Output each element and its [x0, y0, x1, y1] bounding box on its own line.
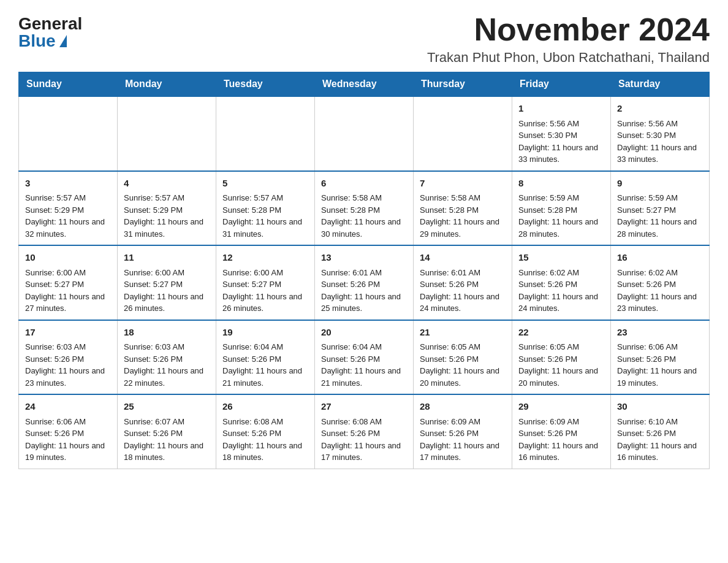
day-number: 28: [420, 400, 506, 414]
calendar-cell: 30Sunrise: 6:10 AMSunset: 5:26 PMDayligh…: [611, 394, 710, 469]
cell-content: 2Sunrise: 5:56 AMSunset: 5:30 PMDaylight…: [617, 102, 703, 166]
calendar-cell: 28Sunrise: 6:09 AMSunset: 5:26 PMDayligh…: [414, 394, 512, 469]
cell-content: 30Sunrise: 6:10 AMSunset: 5:26 PMDayligh…: [617, 400, 703, 464]
sunrise-text: Sunrise: 5:57 AM: [222, 192, 308, 204]
day-number: 15: [518, 251, 604, 265]
cell-content: 5Sunrise: 5:57 AMSunset: 5:28 PMDaylight…: [222, 177, 308, 240]
day-number: 3: [25, 177, 111, 191]
cell-content: 14Sunrise: 6:01 AMSunset: 5:26 PMDayligh…: [420, 251, 506, 315]
day-number: 20: [321, 326, 407, 340]
daylight-text: Daylight: 11 hours and 23 minutes.: [617, 291, 703, 315]
sunrise-text: Sunrise: 6:04 AM: [222, 341, 308, 353]
calendar-cell: 18Sunrise: 6:03 AMSunset: 5:26 PMDayligh…: [118, 320, 216, 395]
sunrise-text: Sunrise: 6:08 AM: [321, 416, 407, 428]
sunrise-text: Sunrise: 6:01 AM: [420, 267, 506, 279]
daylight-text: Daylight: 11 hours and 21 minutes.: [222, 365, 308, 389]
cell-content: 17Sunrise: 6:03 AMSunset: 5:26 PMDayligh…: [25, 326, 111, 389]
calendar-cell: 27Sunrise: 6:08 AMSunset: 5:26 PMDayligh…: [315, 394, 414, 469]
calendar-cell: 6Sunrise: 5:58 AMSunset: 5:28 PMDaylight…: [315, 171, 414, 246]
day-number: 26: [222, 400, 308, 414]
logo-triangle-icon: [59, 35, 67, 47]
sunset-text: Sunset: 5:26 PM: [124, 427, 210, 440]
daylight-text: Daylight: 11 hours and 30 minutes.: [321, 216, 407, 240]
calendar-cell: 12Sunrise: 6:00 AMSunset: 5:27 PMDayligh…: [216, 245, 315, 320]
calendar-cell: 13Sunrise: 6:01 AMSunset: 5:26 PMDayligh…: [315, 245, 414, 320]
sunrise-text: Sunrise: 5:57 AM: [25, 192, 111, 204]
calendar-table: SundayMondayTuesdayWednesdayThursdayFrid…: [18, 72, 710, 469]
sunrise-text: Sunrise: 6:05 AM: [518, 341, 604, 353]
sunset-text: Sunset: 5:26 PM: [25, 427, 111, 440]
calendar-header-row: SundayMondayTuesdayWednesdayThursdayFrid…: [19, 72, 710, 97]
sunrise-text: Sunrise: 6:03 AM: [25, 341, 111, 353]
day-number: 12: [222, 251, 308, 265]
daylight-text: Daylight: 11 hours and 33 minutes.: [617, 142, 703, 166]
sunset-text: Sunset: 5:26 PM: [321, 427, 407, 440]
daylight-text: Daylight: 11 hours and 28 minutes.: [518, 216, 604, 240]
sunset-text: Sunset: 5:28 PM: [518, 204, 604, 216]
daylight-text: Daylight: 11 hours and 16 minutes.: [617, 440, 703, 464]
cell-content: 22Sunrise: 6:05 AMSunset: 5:26 PMDayligh…: [518, 326, 604, 389]
daylight-text: Daylight: 11 hours and 17 minutes.: [420, 440, 506, 464]
cell-content: 19Sunrise: 6:04 AMSunset: 5:26 PMDayligh…: [222, 326, 308, 389]
calendar-cell: 4Sunrise: 5:57 AMSunset: 5:29 PMDaylight…: [118, 171, 216, 246]
sunrise-text: Sunrise: 6:02 AM: [617, 267, 703, 279]
sunset-text: Sunset: 5:26 PM: [25, 353, 111, 366]
sunset-text: Sunset: 5:26 PM: [222, 427, 308, 440]
sunrise-text: Sunrise: 5:58 AM: [420, 192, 506, 204]
calendar-cell: [19, 96, 118, 171]
day-number: 9: [617, 177, 703, 191]
daylight-text: Daylight: 11 hours and 28 minutes.: [617, 216, 703, 240]
sunset-text: Sunset: 5:26 PM: [617, 353, 703, 366]
daylight-text: Daylight: 11 hours and 29 minutes.: [420, 216, 506, 240]
daylight-text: Daylight: 11 hours and 24 minutes.: [518, 291, 604, 315]
sunset-text: Sunset: 5:28 PM: [222, 204, 308, 216]
daylight-text: Daylight: 11 hours and 31 minutes.: [222, 216, 308, 240]
sunset-text: Sunset: 5:26 PM: [321, 278, 407, 291]
daylight-text: Daylight: 11 hours and 16 minutes.: [518, 440, 604, 464]
daylight-text: Daylight: 11 hours and 31 minutes.: [124, 216, 210, 240]
week-row-5: 24Sunrise: 6:06 AMSunset: 5:26 PMDayligh…: [19, 394, 710, 469]
cell-content: 9Sunrise: 5:59 AMSunset: 5:27 PMDaylight…: [617, 177, 703, 240]
day-number: 25: [124, 400, 210, 414]
sunset-text: Sunset: 5:26 PM: [420, 353, 506, 366]
sunrise-text: Sunrise: 6:10 AM: [617, 416, 703, 428]
sunset-text: Sunset: 5:27 PM: [222, 278, 308, 291]
calendar-header-wednesday: Wednesday: [315, 72, 414, 97]
logo-blue-text: Blue: [18, 33, 67, 50]
daylight-text: Daylight: 11 hours and 27 minutes.: [25, 291, 111, 315]
cell-content: 13Sunrise: 6:01 AMSunset: 5:26 PMDayligh…: [321, 251, 407, 315]
calendar-cell: 11Sunrise: 6:00 AMSunset: 5:27 PMDayligh…: [118, 245, 216, 320]
day-number: 23: [617, 326, 703, 340]
cell-content: 15Sunrise: 6:02 AMSunset: 5:26 PMDayligh…: [518, 251, 604, 315]
cell-content: 12Sunrise: 6:00 AMSunset: 5:27 PMDayligh…: [222, 251, 308, 315]
sunrise-text: Sunrise: 5:59 AM: [518, 192, 604, 204]
daylight-text: Daylight: 11 hours and 18 minutes.: [124, 440, 210, 464]
sunset-text: Sunset: 5:29 PM: [25, 204, 111, 216]
sunset-text: Sunset: 5:28 PM: [321, 204, 407, 216]
sunset-text: Sunset: 5:26 PM: [617, 427, 703, 440]
sunrise-text: Sunrise: 6:09 AM: [518, 416, 604, 428]
daylight-text: Daylight: 11 hours and 20 minutes.: [420, 365, 506, 389]
cell-content: 4Sunrise: 5:57 AMSunset: 5:29 PMDaylight…: [124, 177, 210, 240]
cell-content: 24Sunrise: 6:06 AMSunset: 5:26 PMDayligh…: [25, 400, 111, 464]
day-number: 24: [25, 400, 111, 414]
calendar-cell: 15Sunrise: 6:02 AMSunset: 5:26 PMDayligh…: [512, 245, 611, 320]
daylight-text: Daylight: 11 hours and 20 minutes.: [518, 365, 604, 389]
cell-content: 25Sunrise: 6:07 AMSunset: 5:26 PMDayligh…: [124, 400, 210, 464]
calendar-cell: 20Sunrise: 6:04 AMSunset: 5:26 PMDayligh…: [315, 320, 414, 395]
sunset-text: Sunset: 5:27 PM: [617, 204, 703, 216]
day-number: 21: [420, 326, 506, 340]
sunset-text: Sunset: 5:28 PM: [420, 204, 506, 216]
day-number: 29: [518, 400, 604, 414]
day-number: 8: [518, 177, 604, 191]
calendar-header-saturday: Saturday: [611, 72, 710, 97]
daylight-text: Daylight: 11 hours and 26 minutes.: [222, 291, 308, 315]
day-number: 4: [124, 177, 210, 191]
logo: General Blue: [18, 15, 82, 50]
sunset-text: Sunset: 5:26 PM: [321, 353, 407, 366]
sunrise-text: Sunrise: 6:00 AM: [124, 267, 210, 279]
day-number: 17: [25, 326, 111, 340]
sunrise-text: Sunrise: 6:06 AM: [25, 416, 111, 428]
day-number: 2: [617, 102, 703, 116]
month-title: November 2024: [427, 12, 710, 47]
